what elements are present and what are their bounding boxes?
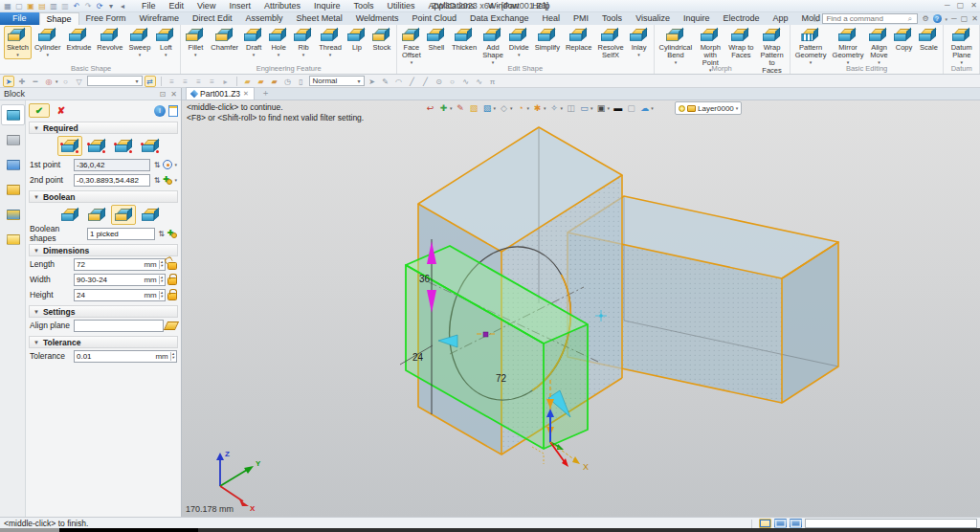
cursor-icon[interactable]: ➤ xyxy=(367,76,378,87)
role-manager-tab[interactable] xyxy=(1,229,25,250)
cylindrical-bend-button[interactable]: Cylindrical Bend▾ xyxy=(657,26,696,67)
align-move-button[interactable]: Align Move▾ xyxy=(866,26,891,67)
ribbon-tab-sheet-metal[interactable]: Sheet Metal xyxy=(290,12,349,25)
length-input[interactable]: 72mm▴▾ xyxy=(74,258,166,271)
wrap-to-faces-button[interactable]: Wrap to Faces xyxy=(725,26,756,61)
lock-icon[interactable] xyxy=(167,293,177,300)
new-tab-button[interactable]: ＋ xyxy=(255,87,277,100)
help-caret-icon[interactable]: ▾ xyxy=(946,16,948,22)
datum-plane-button[interactable]: Datum Plane▾ xyxy=(946,26,977,67)
unlock-icon[interactable] xyxy=(167,262,177,270)
ribbon-tab-electrode[interactable]: Electrode xyxy=(717,12,767,25)
menu-help[interactable]: Help xyxy=(525,0,557,11)
mirror-geometry-button[interactable]: Mirror Geometry▾ xyxy=(830,26,867,67)
pattern-geometry-button[interactable]: Pattern Geometry▾ xyxy=(792,26,830,67)
line2-icon[interactable]: ╱ xyxy=(420,76,432,87)
dropdown-caret-icon[interactable]: ▾ xyxy=(518,53,521,57)
ribbon-tab-data-exchange[interactable]: Data Exchange xyxy=(463,12,536,25)
fillet-button[interactable]: Fillet▾ xyxy=(183,26,208,59)
scene-3d[interactable]: 36 24 72 xyxy=(182,100,980,517)
boolean-shapes-input[interactable]: 1 picked xyxy=(87,228,155,240)
align-2-icon[interactable]: ≡ xyxy=(180,76,191,87)
fullscreen-icon[interactable] xyxy=(774,519,787,528)
swap-input-icon[interactable]: ⇅ xyxy=(157,230,166,238)
menu-attributes[interactable]: Attributes xyxy=(257,0,307,11)
view-manager-tab[interactable] xyxy=(1,204,25,225)
circle-center-icon[interactable]: ⊙ xyxy=(434,76,445,87)
doc-page-icon[interactable] xyxy=(168,105,178,117)
dropdown-caret-icon[interactable]: ▾ xyxy=(637,53,640,57)
doc-minimize-icon[interactable]: ─ xyxy=(951,14,957,23)
document-tab[interactable]: Part001.Z3 ✕ xyxy=(186,87,255,100)
shape-manager-tab[interactable] xyxy=(1,104,25,125)
stock-button[interactable]: Stock xyxy=(369,26,394,54)
menu-inquire[interactable]: Inquire xyxy=(307,0,347,11)
ribbon-tab-shape[interactable]: Shape xyxy=(39,12,79,25)
menu-view[interactable]: View xyxy=(190,0,222,11)
second-point-input[interactable]: -0,30.8893,54.482 xyxy=(74,174,150,187)
help-icon[interactable]: ? xyxy=(933,14,942,23)
new-folder-icon[interactable]: ▰ xyxy=(242,76,254,87)
ribbon-tab-wireframe[interactable]: Wireframe xyxy=(133,12,187,25)
face-offset-button[interactable]: Face Offset▾ xyxy=(399,26,424,67)
shape-pick-icon[interactable] xyxy=(167,229,177,238)
swap-input-icon[interactable]: ⇅ xyxy=(152,176,161,185)
add-pick-icon[interactable]: ✚ xyxy=(16,76,28,87)
spinner-icon[interactable]: ▴▾ xyxy=(159,291,163,299)
draft-button[interactable]: Draft▾ xyxy=(241,26,266,59)
lock-icon[interactable] xyxy=(167,277,177,285)
swap-input-icon[interactable]: ⇅ xyxy=(152,161,161,169)
panel-toggle-icon[interactable] xyxy=(790,519,802,528)
dropdown-caret-icon[interactable]: ▾ xyxy=(139,53,142,57)
plane-pick-icon[interactable] xyxy=(164,321,179,330)
section-settings[interactable]: ▼Settings xyxy=(29,305,178,318)
block-type-corner-and-size[interactable] xyxy=(111,136,136,156)
spline-icon[interactable]: ∿ xyxy=(460,76,472,87)
cancel-button[interactable]: ✘ xyxy=(53,103,70,118)
ribbon-tab-heal[interactable]: Heal xyxy=(536,12,568,25)
dropdown-caret-icon[interactable]: ▾ xyxy=(165,53,167,57)
curve-icon[interactable]: ∿ xyxy=(474,76,485,87)
loft-button[interactable]: Loft▾ xyxy=(153,26,178,59)
line-icon[interactable]: ╱ xyxy=(407,76,418,87)
menu-tools[interactable]: Tools xyxy=(346,0,380,11)
sweep-button[interactable]: Sweep▾ xyxy=(125,26,153,59)
graphics-area[interactable]: <middle-click> to continue. <F8> or <Shi… xyxy=(182,100,980,517)
dropdown-caret-icon[interactable]: ▾ xyxy=(194,53,197,57)
inlay-button[interactable]: Inlay▾ xyxy=(627,26,652,59)
folder-image-icon[interactable]: ▰ xyxy=(269,76,280,87)
minimize-icon[interactable]: ─ xyxy=(945,0,950,11)
picker-caret-icon[interactable]: ▾ xyxy=(174,177,177,183)
ribbon-tab-pmi[interactable]: PMI xyxy=(567,12,595,25)
width-input[interactable]: 90-30-24mm▴▾ xyxy=(74,274,166,286)
status-input[interactable] xyxy=(805,519,977,528)
copy-button[interactable]: Copy xyxy=(891,26,916,54)
boolean-add[interactable] xyxy=(84,205,109,225)
rib-button[interactable]: Rib▾ xyxy=(291,26,316,59)
block-type-center-and-corner[interactable] xyxy=(84,136,109,156)
panel-dock-icon[interactable]: ⊡ xyxy=(160,90,167,99)
filter-combo[interactable]: ▾ xyxy=(87,76,143,86)
history-clock-icon[interactable]: ◷ xyxy=(282,76,294,87)
doc-restore-icon[interactable]: ▢ xyxy=(961,14,969,23)
settings-gear-icon[interactable]: ⚙ xyxy=(922,14,928,23)
combo-caret-icon[interactable]: ▾ xyxy=(358,78,361,84)
align-3-icon[interactable]: ≡ xyxy=(193,76,205,87)
align-4-icon[interactable]: ≡ xyxy=(207,76,218,87)
align-1-icon[interactable]: ≡ xyxy=(167,76,178,87)
section-required[interactable]: ▼Required xyxy=(29,122,178,134)
doc-close-icon[interactable]: ✕ xyxy=(971,14,978,23)
ribbon-tab-assembly[interactable]: Assembly xyxy=(239,12,290,25)
ribbon-tab-file[interactable]: File xyxy=(0,12,39,25)
menu-insert[interactable]: Insert xyxy=(222,0,257,11)
lip-button[interactable]: Lip xyxy=(345,26,369,54)
dropdown-caret-icon[interactable]: ▾ xyxy=(56,78,58,84)
ribbon-tab-point-cloud[interactable]: Point Cloud xyxy=(406,12,464,25)
find-command-box[interactable]: ⌕ xyxy=(822,13,918,24)
align-plane-input[interactable] xyxy=(74,320,164,332)
sketch-button[interactable]: Sketch▾ xyxy=(4,26,32,59)
menu-window[interactable]: Window xyxy=(481,0,525,11)
point-picker-icon[interactable] xyxy=(163,160,172,169)
pi-icon[interactable]: π xyxy=(487,76,499,87)
scale-button[interactable]: Scale xyxy=(916,26,941,54)
